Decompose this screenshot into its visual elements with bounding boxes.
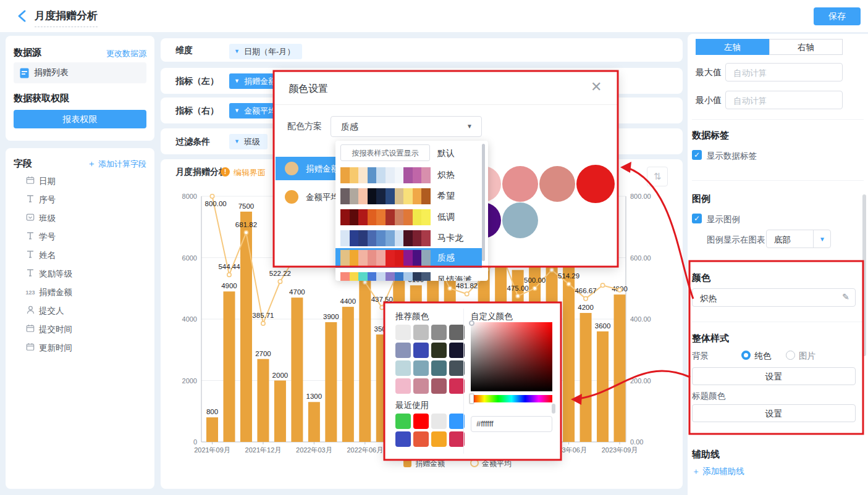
color-swatch[interactable] <box>413 343 429 358</box>
color-swatch[interactable] <box>395 431 411 447</box>
datasource-item[interactable]: 捐赠列表 <box>14 62 146 83</box>
picker-handle[interactable] <box>469 320 474 326</box>
add-aux-line-link[interactable]: ＋ 添加辅助线 <box>692 466 744 477</box>
close-icon[interactable]: ✕ <box>591 79 602 95</box>
color-swatch[interactable] <box>395 414 411 429</box>
field-label: 捐赠金额 <box>39 287 72 298</box>
svg-text:2023年09月: 2023年09月 <box>602 446 638 454</box>
color-swatch[interactable] <box>431 414 447 429</box>
scheme-option-6[interactable]: 风情海滩 <box>335 270 482 281</box>
preview-color-circle[interactable] <box>576 165 615 203</box>
max-value-input[interactable]: 自动计算 <box>725 63 843 81</box>
color-swatch[interactable] <box>413 414 429 429</box>
preview-color-circle[interactable] <box>502 166 538 202</box>
style-title: 整体样式 <box>692 333 729 344</box>
field-item[interactable]: 提交时间 <box>14 321 146 338</box>
field-item[interactable]: 奖励等级 <box>14 265 146 283</box>
min-value-input[interactable]: 自动计算 <box>725 91 843 109</box>
hex-color-input[interactable]: #ffffff <box>471 416 552 432</box>
color-swatch[interactable] <box>395 378 411 394</box>
color-swatch[interactable] <box>413 431 429 447</box>
background-set-button[interactable]: 设置 <box>692 367 856 385</box>
report-permission-button[interactable]: 报表权限 <box>14 110 146 128</box>
legend-line-icon[interactable] <box>471 459 478 467</box>
show-legend-text: 显示图例 <box>707 214 740 225</box>
svg-text:475.00: 475.00 <box>507 285 529 292</box>
config-tag[interactable]: ▼日期（年-月） <box>229 44 302 59</box>
radio-solid-color[interactable] <box>741 351 751 360</box>
add-calc-field-link[interactable]: ＋ 添加计算字段 <box>87 159 146 170</box>
edit-icon[interactable]: ✎ <box>842 292 849 302</box>
hue-slider[interactable] <box>471 395 552 402</box>
field-item[interactable]: 提交人 <box>14 302 146 320</box>
preview-color-circle[interactable] <box>539 166 575 202</box>
color-swatch[interactable] <box>431 325 447 340</box>
scheme-option-2[interactable]: 希望 <box>335 186 482 206</box>
report-style-button[interactable]: 按报表样式设置显示 <box>340 144 430 161</box>
color-swatch[interactable] <box>449 360 465 376</box>
color-swatch[interactable] <box>449 343 465 358</box>
hue-slider-handle[interactable] <box>470 394 474 404</box>
color-swatch[interactable] <box>431 431 447 447</box>
tab-right-axis[interactable]: 右轴 <box>769 39 843 55</box>
svg-text:200.00: 200.00 <box>630 377 651 385</box>
scheme-option-3[interactable]: 低调 <box>335 207 482 227</box>
show-data-label-checkbox[interactable]: ✓ <box>692 150 702 160</box>
radio-image[interactable] <box>786 351 795 360</box>
document-icon <box>20 68 29 78</box>
color-swatch[interactable] <box>449 378 465 394</box>
scheme-select[interactable]: 质感 ▼ <box>331 116 482 137</box>
color-scheme-input[interactable]: 炽热 ✎ <box>692 288 856 307</box>
save-button[interactable]: 保存 <box>814 7 861 25</box>
series-color-swatch[interactable] <box>285 190 298 204</box>
change-datasource-link[interactable]: 更改数据源 <box>106 48 146 59</box>
legend-line-label[interactable]: 金额平均 <box>481 459 512 468</box>
field-item[interactable]: 姓名 <box>14 247 146 264</box>
color-swatch[interactable] <box>431 360 447 376</box>
field-item[interactable]: 日期 <box>14 173 146 190</box>
field-item[interactable]: 更新时间 <box>14 339 146 357</box>
color-swatch[interactable] <box>431 343 447 358</box>
config-row: 维度▼日期（年-月） <box>161 38 683 62</box>
series-label: 捐赠金额 <box>306 164 339 175</box>
scheme-option-1[interactable]: 炽热 <box>335 165 482 185</box>
scheme-option-default[interactable]: 默认 <box>437 148 455 159</box>
chart-warning-text: 编辑界面 <box>234 167 266 178</box>
color-swatch[interactable] <box>413 325 429 340</box>
field-item[interactable]: 序号 <box>14 191 146 209</box>
color-swatch[interactable] <box>395 360 411 376</box>
color-swatch[interactable] <box>449 325 465 340</box>
show-legend-checkbox[interactable]: ✓ <box>692 214 702 223</box>
saturation-value-picker[interactable] <box>471 322 552 391</box>
legend-position-select[interactable]: 底部▼ <box>766 230 831 248</box>
preview-color-circle[interactable] <box>502 202 538 238</box>
legend-bar-icon[interactable] <box>403 459 411 467</box>
field-item[interactable]: 班级 <box>14 210 146 227</box>
scheme-option-label: 希望 <box>437 191 455 202</box>
color-swatch[interactable] <box>395 325 411 340</box>
field-item[interactable]: 学号 <box>14 228 146 246</box>
scrollbar[interactable] <box>482 144 485 261</box>
color-swatch[interactable] <box>449 414 465 429</box>
scheme-option-4[interactable]: 马卡龙 <box>335 228 482 248</box>
config-tag[interactable]: ▼班级 <box>229 134 268 149</box>
svg-text:600.00: 600.00 <box>630 254 651 262</box>
color-swatch[interactable] <box>413 378 429 394</box>
scrollbar[interactable] <box>862 194 866 356</box>
config-row-label: 过滤条件 <box>175 136 210 148</box>
scheme-option-5[interactable]: 质感 <box>335 248 482 268</box>
svg-text:400.00: 400.00 <box>630 315 651 323</box>
scrollbar[interactable] <box>552 404 555 414</box>
field-item[interactable]: 123捐赠金额 <box>14 284 146 301</box>
color-swatch[interactable] <box>431 378 447 394</box>
series-color-swatch[interactable] <box>285 162 298 175</box>
back-icon[interactable] <box>16 9 28 23</box>
text-icon <box>25 194 36 204</box>
tab-left-axis[interactable]: 左轴 <box>696 39 769 55</box>
scheme-option-label: 质感 <box>437 252 455 264</box>
color-swatch[interactable] <box>449 431 465 447</box>
color-swatch[interactable] <box>413 360 429 376</box>
title-color-set-button[interactable]: 设置 <box>692 404 856 422</box>
legend-bar-label[interactable]: 捐赠金额 <box>415 459 445 468</box>
color-swatch[interactable] <box>395 343 411 358</box>
